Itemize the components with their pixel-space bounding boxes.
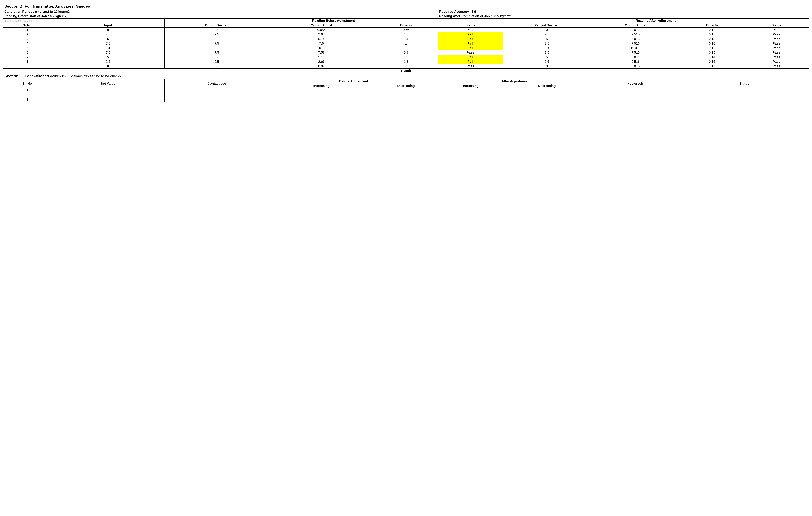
reading-before-job: Reading Before start of Job : 8.2 kg/cm2 <box>3 14 374 19</box>
col-after-status: Status <box>744 23 809 28</box>
cell <box>269 93 374 97</box>
cell: Pass <box>438 28 503 32</box>
col-before-status: Status <box>438 23 503 28</box>
cell: 0.9 <box>374 64 438 68</box>
cell: Fail <box>438 59 503 64</box>
cell <box>438 93 503 97</box>
c-col-srno: Sr. No. <box>3 79 52 88</box>
cell: 5 <box>503 55 591 59</box>
cell: Pass <box>744 64 809 68</box>
section-c-title-text: Section C: For Switches <box>4 74 49 78</box>
cell: Pass <box>438 50 503 55</box>
cell: 5 <box>164 37 269 41</box>
cell: 2.65 <box>269 32 374 37</box>
cell: 7.59 <box>269 50 374 55</box>
cell: 1.3 <box>374 59 438 64</box>
cell: 7 <box>3 55 52 59</box>
table-row: 1 <box>3 88 809 93</box>
cell: Fail <box>438 41 503 46</box>
cell <box>503 88 591 93</box>
cell: Pass <box>744 41 809 46</box>
c-col-after-dec: Decreasing <box>503 84 591 88</box>
cell <box>438 88 503 93</box>
col-after-desired: Output Desired <box>503 23 591 28</box>
col-srno: Sr No. <box>3 23 52 28</box>
cell: 5 <box>164 55 269 59</box>
cell: 5.013 <box>591 37 680 41</box>
cell: 0.14 <box>680 55 744 59</box>
cell: 5 <box>52 55 164 59</box>
cell: Pass <box>744 59 809 64</box>
table-row: 7555.131.3Fail55.0140.14Pass <box>3 55 809 59</box>
table-row: 5101010.121.2Fail1010.0160.16Pass <box>3 46 809 50</box>
cell: 5 <box>3 46 52 50</box>
table-row: 3555.141.4Fail55.0130.13Pass <box>3 37 809 41</box>
calibration-range: Calibration Range : 0 kg/cm2 to 10 kg/cm… <box>3 9 374 14</box>
cell: Pass <box>744 46 809 50</box>
cell: 4 <box>3 41 52 46</box>
cell: 1.4 <box>374 37 438 41</box>
col-before-actual: Output Actual <box>269 23 374 28</box>
cell: 1 <box>374 41 438 46</box>
c-col-before-inc: Increasing <box>269 84 374 88</box>
col-after-actual: Output Actual <box>591 23 680 28</box>
cell <box>52 97 164 102</box>
cell: 10 <box>503 46 591 50</box>
cell: 2.515 <box>591 32 680 37</box>
cell: 5.14 <box>269 37 374 41</box>
c-col-afteradj: After Adjustment <box>438 79 591 84</box>
c-col-hysteresis: Hysteresis <box>591 79 680 88</box>
cell: 0 <box>503 64 591 68</box>
cell: 1.3 <box>374 55 438 59</box>
cell: 2.516 <box>591 59 680 64</box>
section-b-title: Section B: For Transmitter, Analyzers, G… <box>3 3 809 9</box>
cell: 2.5 <box>164 59 269 64</box>
cell <box>680 97 809 102</box>
table-row: 82.52.52.631.3Fail2.52.5160.16Pass <box>3 59 809 64</box>
cell: 5.13 <box>269 55 374 59</box>
cell <box>269 88 374 93</box>
cell: 2.5 <box>503 59 591 64</box>
cell <box>591 93 680 97</box>
cell <box>164 97 269 102</box>
cell: 2.5 <box>52 32 164 37</box>
cell: 0.56 <box>374 28 438 32</box>
required-accuracy: Required Accuracy : 1% <box>438 9 809 14</box>
cell: 7.5 <box>52 41 164 46</box>
cell: 7.6 <box>269 41 374 46</box>
cell: 7.515 <box>591 50 680 55</box>
calibration-report-table: Section B: For Transmitter, Analyzers, G… <box>3 3 809 102</box>
cell: 6 <box>3 50 52 55</box>
cell: 2.5 <box>503 32 591 37</box>
cell: 0.12 <box>680 28 744 32</box>
cell: 5.014 <box>591 55 680 59</box>
col-before-error: Error % <box>374 23 438 28</box>
cell: 0 <box>52 64 164 68</box>
cell: Pass <box>744 50 809 55</box>
col-before-desired: Output Desired <box>164 23 269 28</box>
cell: Pass <box>744 32 809 37</box>
cell <box>52 88 164 93</box>
cell: 0.09 <box>269 64 374 68</box>
spacer-cell <box>374 9 438 19</box>
cell: 0 <box>164 64 269 68</box>
cell <box>164 88 269 93</box>
cell <box>591 97 680 102</box>
cell: 8 <box>3 59 52 64</box>
cell: 1.2 <box>374 46 438 50</box>
cell <box>374 93 438 97</box>
cell: 7.5 <box>503 41 591 46</box>
cell <box>591 88 680 93</box>
reading-after-job: Reading After Completion of Job : 8.25 k… <box>438 14 809 19</box>
table-row: 2 <box>3 93 809 97</box>
cell <box>503 93 591 97</box>
col-input: Input <box>52 23 164 28</box>
cell: 5 <box>52 37 164 41</box>
cell: 0 <box>52 28 164 32</box>
table-row: 3 <box>3 97 809 102</box>
before-adjustment-label: Reading Before Adjustment <box>164 19 503 23</box>
cell: 10.12 <box>269 46 374 50</box>
after-adjustment-label: Reading After Adjustment <box>503 19 809 23</box>
cell: Pass <box>744 55 809 59</box>
cell: 3 <box>3 97 52 102</box>
